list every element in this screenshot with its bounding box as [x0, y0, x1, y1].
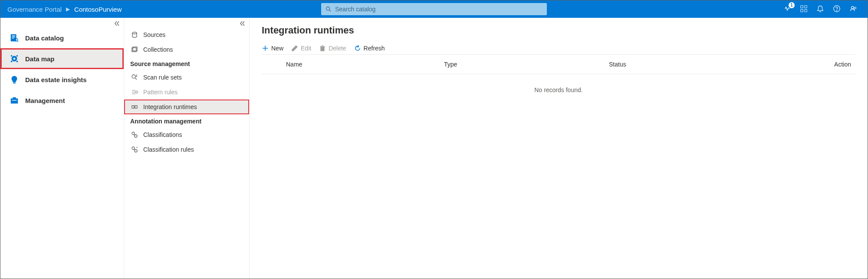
nav-management[interactable]: Management: [0, 90, 124, 111]
management-icon: [10, 96, 19, 105]
secondary-sidebar: Sources Collections Source management Sc…: [124, 18, 250, 279]
svg-rect-34: [132, 106, 134, 108]
pattern-rules-icon: [131, 89, 138, 96]
launcher-icon[interactable]: [800, 5, 808, 14]
svg-point-17: [11, 55, 13, 57]
sub-label: Integration runtimes: [143, 103, 197, 110]
search-input[interactable]: [335, 6, 542, 13]
sub-sources[interactable]: Sources: [124, 27, 249, 42]
page-title: Integration runtimes: [262, 25, 855, 36]
sub-classifications[interactable]: Classifications: [124, 127, 249, 142]
svg-rect-12: [12, 38, 14, 38]
svg-rect-35: [135, 106, 137, 108]
empty-state: No records found.: [262, 74, 855, 106]
plus-icon: [262, 45, 269, 52]
svg-rect-3: [805, 5, 807, 7]
svg-line-42: [134, 149, 135, 150]
nav-label: Data map: [25, 55, 55, 63]
insights-icon: [10, 75, 19, 84]
btn-label: Refresh: [364, 45, 385, 52]
breadcrumb-current: ContosoPurview: [74, 6, 122, 13]
sub-label: Collections: [143, 46, 173, 53]
svg-line-29: [135, 78, 137, 80]
svg-point-18: [16, 55, 18, 57]
help-icon[interactable]: [833, 5, 841, 14]
new-button[interactable]: New: [262, 45, 283, 52]
svg-rect-10: [12, 36, 15, 36]
delete-button: Delete: [319, 45, 346, 52]
sub-label: Scan rule sets: [143, 74, 182, 81]
svg-point-8: [852, 6, 854, 8]
classifications-icon: [131, 131, 138, 138]
header-actions: 1: [783, 5, 861, 14]
svg-point-16: [13, 58, 16, 60]
scan-rule-icon: [131, 74, 138, 81]
search-icon: [326, 6, 332, 12]
col-action[interactable]: Action: [816, 61, 855, 68]
col-type[interactable]: Type: [444, 61, 609, 68]
svg-point-19: [11, 61, 13, 63]
data-map-icon: [10, 54, 19, 63]
table-header: Name Type Status Action: [262, 55, 855, 74]
sub-scan-rule-sets[interactable]: Scan rule sets: [124, 70, 249, 85]
svg-rect-46: [321, 47, 324, 51]
nav-data-catalog[interactable]: Data catalog: [0, 27, 124, 48]
refresh-icon: [354, 45, 361, 52]
delete-icon: [319, 45, 326, 52]
notification-badge: 1: [789, 2, 795, 8]
svg-line-14: [17, 41, 18, 42]
col-name[interactable]: Name: [262, 61, 444, 68]
collapse-sidebar2-icon[interactable]: [240, 20, 246, 28]
integration-runtimes-icon: [131, 103, 138, 110]
breadcrumb-root[interactable]: Governance Portal: [7, 6, 62, 13]
svg-rect-11: [12, 37, 15, 37]
collapse-sidebar1-icon[interactable]: [114, 20, 120, 28]
btn-label: New: [271, 45, 283, 52]
catalog-icon: [10, 33, 19, 43]
nav-label: Data estate insights: [25, 76, 87, 83]
sub-label: Classification rules: [143, 146, 194, 153]
svg-point-33: [136, 91, 138, 93]
edit-button: Edit: [291, 45, 311, 52]
svg-point-20: [16, 61, 18, 63]
top-header-bar: Governance Portal ▶ ContosoPurview 1: [0, 0, 868, 18]
collections-icon: [131, 46, 138, 53]
main-content: Integration runtimes New Edit Delete Ref…: [250, 18, 868, 279]
breadcrumb: Governance Portal ▶ ContosoPurview: [7, 6, 122, 13]
sub-pattern-rules[interactable]: Pattern rules: [124, 85, 249, 100]
svg-rect-24: [12, 100, 17, 100]
feedback-icon[interactable]: [849, 5, 857, 14]
primary-sidebar: Data catalog Data map Data estate insigh…: [0, 18, 124, 279]
svg-line-39: [134, 134, 135, 135]
svg-rect-4: [801, 9, 803, 11]
search-box[interactable]: [321, 3, 547, 15]
svg-rect-5: [805, 9, 807, 11]
svg-rect-21: [13, 83, 16, 83]
svg-rect-2: [801, 5, 803, 7]
sub-integration-runtimes[interactable]: Integration runtimes: [124, 100, 249, 114]
sub-collections[interactable]: Collections: [124, 42, 249, 57]
svg-point-28: [132, 75, 135, 78]
sub-label: Sources: [143, 31, 165, 38]
svg-point-25: [132, 32, 137, 34]
bell-icon[interactable]: [816, 5, 824, 14]
toolbar: New Edit Delete Refresh: [262, 42, 855, 55]
svg-rect-22: [11, 98, 18, 103]
refresh-button[interactable]: Refresh: [354, 45, 385, 52]
classification-rules-icon: [131, 146, 138, 153]
col-status[interactable]: Status: [609, 61, 816, 68]
diagnostics-icon[interactable]: 1: [783, 5, 791, 14]
sub-classification-rules[interactable]: Classification rules: [124, 142, 249, 157]
svg-rect-23: [13, 97, 16, 99]
svg-line-1: [329, 10, 331, 12]
sub-label: Pattern rules: [143, 89, 178, 96]
group-source-management: Source management: [124, 57, 249, 70]
nav-data-map[interactable]: Data map: [0, 48, 124, 69]
chevron-right-icon: ▶: [66, 6, 70, 12]
edit-icon: [291, 45, 298, 52]
svg-point-7: [836, 10, 837, 10]
nav-label: Management: [25, 97, 65, 104]
nav-data-estate-insights[interactable]: Data estate insights: [0, 69, 124, 90]
btn-label: Delete: [329, 45, 346, 52]
sources-icon: [131, 31, 138, 38]
